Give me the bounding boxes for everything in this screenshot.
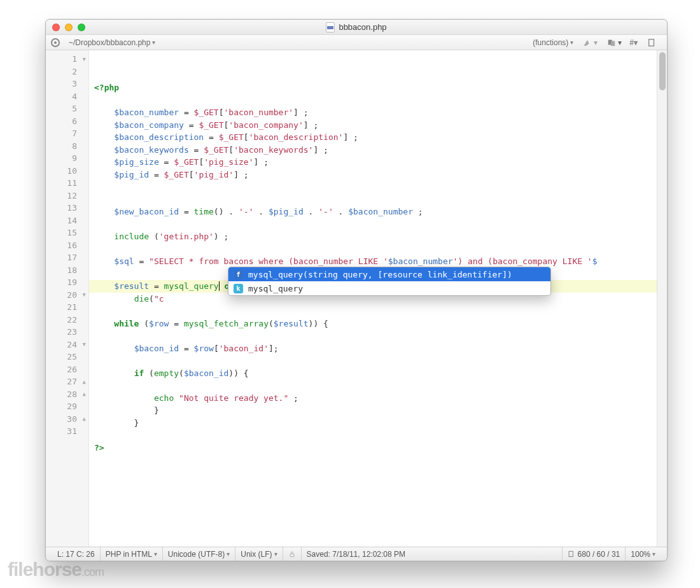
counterpart-icon[interactable]: ▾ [601,38,626,47]
autocomplete-item[interactable]: kmysql_query [228,281,550,295]
svg-rect-4 [569,551,573,556]
gutter-line: 16 [46,239,88,252]
window-title: bbbacon.php [46,22,667,32]
gutter-line: 20▼ [46,289,88,302]
lock-icon[interactable] [283,547,302,561]
minimize-button[interactable] [65,24,73,31]
autocomplete-popup[interactable]: fmysql_query(string query, [resource lin… [228,267,551,296]
code-line[interactable]: $pig_id = $_GET['pig_id'] ; [89,169,657,181]
toolbar: ~/Dropbox/bbbacon.php ▾ (functions) ▾ ▾ … [46,35,667,50]
gutter-line: 30▲ [46,413,88,426]
chevron-down-icon: ▾ [152,39,155,46]
php-file-icon [326,22,335,32]
fold-toggle-icon[interactable]: ▲ [83,416,86,422]
hash-icon[interactable]: #▾ [626,38,641,47]
code-line[interactable]: $pig_size = $_GET['pig_size'] ; [89,156,657,169]
functions-label: (functions) [533,38,568,47]
gutter-line: 11 [46,177,88,190]
code-line[interactable]: $new_bacon_id = time() . '-' . $pig_id .… [89,206,657,218]
code-line[interactable]: } [89,404,657,417]
gutter-line: 25 [46,351,88,363]
gutter-line: 2 [46,66,88,78]
gutter-line: 26 [46,363,88,376]
watermark: filehorse.com [8,559,104,580]
code-line[interactable]: $bacon_company = $_GET['bacon_company'] … [89,119,657,132]
encoding-selector[interactable]: Unicode (UTF-8)▾ [163,547,235,561]
code-line[interactable] [89,305,657,318]
vertical-scrollbar[interactable] [657,50,667,547]
window-controls [52,24,85,31]
gutter-line: 7 [46,127,88,140]
fold-toggle-icon[interactable]: ▼ [83,341,86,347]
gutter-line: 10 [46,165,88,178]
code-line[interactable]: $bacon_id = $row['bacon_id']; [89,342,657,355]
statusbar: L: 17 C: 26 PHP in HTML▾ Unicode (UTF-8)… [46,547,667,561]
scrollbar-thumb[interactable] [659,52,666,90]
code-area[interactable]: <?php $bacon_number = $_GET['bacon_numbe… [89,50,657,547]
code-line[interactable]: <?php [89,81,657,94]
saved-status: Saved: 7/18/11, 12:02:08 PM [302,547,563,561]
code-line[interactable]: } [89,417,657,430]
code-line[interactable] [89,243,657,256]
svg-rect-2 [649,39,654,46]
code-line[interactable] [89,429,657,442]
gutter-line: 8 [46,140,88,153]
language-selector[interactable]: PHP in HTML▾ [101,547,163,561]
gutter-line: 13 [46,202,88,214]
marker-icon[interactable]: ▾ [577,38,601,47]
zoom-level[interactable]: 100%▾ [626,547,661,561]
gutter-line: 1▼ [46,53,88,66]
fold-toggle-icon[interactable]: ▲ [83,379,86,385]
document-icon[interactable] [641,38,662,47]
zoom-button[interactable] [78,24,85,31]
svg-rect-3 [290,554,294,557]
gutter-line: 19 [46,276,88,289]
code-line[interactable]: while ($row = mysql_fetch_array($result)… [89,318,657,330]
code-line[interactable] [89,94,657,107]
chevron-down-icon: ▾ [570,39,573,46]
close-button[interactable] [52,24,60,31]
fold-toggle-icon[interactable]: ▼ [83,291,86,298]
code-line[interactable] [89,193,657,206]
code-line[interactable]: ?> [89,442,657,454]
code-line[interactable] [89,330,657,342]
title-text: bbbacon.php [339,22,386,32]
autocomplete-label: mysql_query [248,284,303,293]
gutter-line: 27▲ [46,375,88,388]
autocomplete-item[interactable]: fmysql_query(string query, [resource lin… [228,267,550,281]
gutter-line: 21 [46,301,88,314]
fold-toggle-icon[interactable]: ▲ [83,391,86,397]
code-line[interactable] [89,379,657,392]
gutter-line: 31 [46,425,88,438]
code-line[interactable]: if (empty($bacon_id)) { [89,367,657,380]
autocomplete-label: mysql_query(string query, [resource link… [248,270,512,279]
gutter-line: 5 [46,102,88,115]
gear-icon[interactable] [51,38,60,47]
line-ending-selector[interactable]: Unix (LF)▾ [235,547,283,561]
functions-menu[interactable]: (functions) ▾ [529,38,577,47]
gutter-line: 6 [46,115,88,128]
code-line[interactable]: echo "Not quite ready yet." ; [89,392,657,405]
svg-rect-1 [611,41,615,46]
code-line[interactable]: $sql = "SELECT * from bacons where (baco… [89,255,657,268]
line-gutter: 1▼234567891011121314151617181920▼2122232… [46,50,89,547]
code-line[interactable]: $bacon_number = $_GET['bacon_number'] ; [89,106,657,119]
keyword-badge-icon: k [234,284,243,293]
gutter-line: 17 [46,251,88,264]
code-line[interactable] [89,454,657,466]
fold-toggle-icon[interactable]: ▼ [83,56,86,62]
document-stats[interactable]: 680 / 60 / 31 [563,547,626,561]
code-line[interactable]: $bacon_keywords = $_GET['bacon_keywords'… [89,144,657,157]
titlebar: bbbacon.php [46,20,667,35]
code-line[interactable] [89,354,657,367]
code-line[interactable]: $bacon_description = $_GET['bacon_descri… [89,131,657,144]
gutter-line: 12 [46,190,88,202]
gutter-line: 23 [46,326,88,339]
code-line[interactable]: include ('getin.php') ; [89,230,657,243]
gutter-line: 4 [46,90,88,103]
code-line[interactable] [89,181,657,193]
path-breadcrumb[interactable]: ~/Dropbox/bbbacon.php ▾ [65,38,159,47]
editor-area: 1▼234567891011121314151617181920▼2122232… [46,50,667,547]
code-line[interactable] [89,218,657,231]
function-badge-icon: f [234,270,243,279]
